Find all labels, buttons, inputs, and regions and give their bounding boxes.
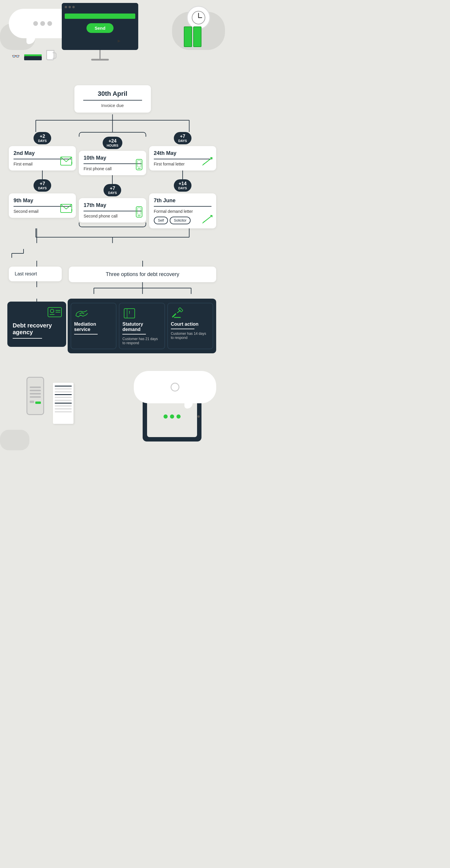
- step-2nd-may: 2nd May First email: [9, 146, 76, 170]
- monitor: Send ▸: [59, 3, 141, 61]
- bottom-illustration: [0, 368, 225, 450]
- phone-icon: [136, 159, 143, 172]
- svg-line-48: [177, 310, 180, 313]
- three-way-split: [69, 282, 216, 294]
- recovery-options-row: Debt recovery agency Mediation service: [9, 299, 216, 353]
- invoice-box: 30th April Invoice due: [74, 85, 151, 113]
- badge-7days-3: +7 DAYS: [174, 132, 191, 144]
- solicitor-button[interactable]: Solicitor: [170, 217, 190, 224]
- step-24th-may: 24th May First formal letter: [149, 146, 216, 170]
- desk-items: 👓: [12, 50, 54, 60]
- svg-line-46: [173, 314, 176, 317]
- cursor-icon: ▸: [118, 37, 121, 44]
- svg-text:!: !: [129, 310, 130, 315]
- letter-column: +7 DAYS 24th May First formal letter +14: [149, 132, 216, 228]
- email-icon: [60, 156, 72, 167]
- mediation-option: Mediation service: [70, 303, 117, 349]
- document-icon: [53, 383, 73, 424]
- last-resort-line: [9, 228, 65, 243]
- court-desc: Customer has 14 days to respond: [171, 332, 210, 340]
- branch-lines: [9, 114, 216, 132]
- debt-agency-title: Debt recovery agency: [13, 322, 61, 336]
- last-resort-box: Last resort: [9, 267, 62, 281]
- send-button[interactable]: Send: [87, 23, 114, 33]
- badge-7days-1: +7 DAYS: [33, 179, 51, 192]
- handshake-icon: [75, 307, 89, 320]
- mediation-title: Mediation service: [74, 321, 113, 332]
- pen2-icon: [202, 215, 213, 225]
- id-card-icon: [47, 306, 62, 317]
- phone-column: +24 HOURS 10th May First phone call +7: [79, 132, 146, 228]
- three-options-box: Three options for debt recovery: [69, 267, 216, 282]
- badge-24hours: +24 HOURS: [103, 137, 123, 149]
- gavel-icon: [172, 307, 184, 320]
- timeline-columns: +2 DAYS 2nd May First email +7: [9, 132, 216, 228]
- last-resort-branch: [9, 249, 38, 258]
- glasses-icon: 👓: [12, 53, 20, 60]
- mug-icon: [46, 50, 54, 60]
- email2-icon: [60, 204, 72, 214]
- court-option: Court action Customer has 14 days to res…: [167, 303, 213, 349]
- invoice-section: 30th April Invoice due: [9, 85, 216, 116]
- badge-2days: +2 DAYS: [33, 132, 51, 144]
- green-dots: [163, 414, 181, 418]
- badge-7days-2: +7 DAYS: [103, 184, 121, 196]
- step-7th-june: 7th June Formal demand letter Self Solic…: [149, 193, 216, 228]
- svg-rect-19: [137, 208, 141, 214]
- debt-agency-box: Debt recovery agency: [7, 302, 66, 347]
- last-resort-label: Last resort: [15, 271, 56, 277]
- statutory-desc: Customer has 21 days to respond: [122, 337, 161, 345]
- binders: [184, 27, 202, 47]
- tablet-camera: [197, 415, 200, 418]
- self-button[interactable]: Self: [154, 217, 168, 224]
- three-sub-options: Mediation service ! Statutory demand C: [68, 299, 216, 353]
- invoice-date: 30th April: [83, 90, 142, 98]
- bottom-speech-bubble: [134, 371, 216, 403]
- step-10th-may: 10th May First phone call: [79, 151, 146, 175]
- v-connector: [42, 170, 43, 179]
- three-options-label: Three options for debt recovery: [106, 271, 179, 277]
- clock-icon: [187, 6, 210, 29]
- pen-icon: [202, 157, 213, 167]
- court-title: Court action: [171, 321, 210, 327]
- badge-14days: +14 DAYS: [174, 179, 191, 192]
- step-9th-may: 9th May Second email: [9, 193, 76, 218]
- v-connector-2: [112, 175, 113, 184]
- svg-point-38: [50, 309, 54, 313]
- statutory-icon: !: [123, 307, 136, 320]
- step-17th-may: 17th May Second phone call: [79, 198, 146, 222]
- statutory-option: ! Statutory demand Customer has 21 days …: [119, 303, 165, 349]
- phone2-icon: [136, 206, 143, 219]
- email-column: +2 DAYS 2nd May First email +7: [9, 132, 76, 228]
- top-illustration: Send ▸ 👓: [0, 0, 225, 76]
- svg-rect-16: [137, 160, 141, 167]
- phone-device: [27, 377, 44, 415]
- main-flow: 30th April Invoice due +2 DAYS 2nd May: [0, 80, 225, 353]
- books-icon: [24, 56, 42, 60]
- statutory-title: Statutory demand: [122, 321, 161, 332]
- v-connector-3: [182, 170, 183, 179]
- invoice-label: Invoice due: [83, 103, 142, 108]
